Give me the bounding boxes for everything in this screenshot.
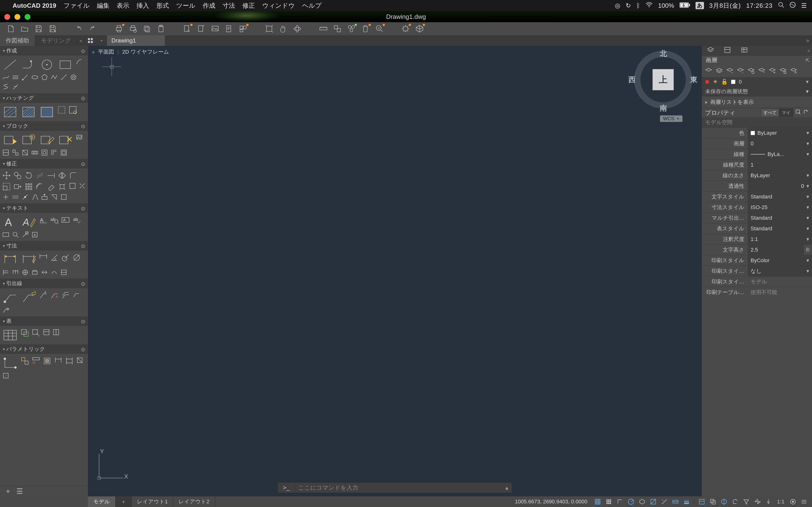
- tab-grid-button[interactable]: [85, 35, 96, 46]
- dim-tool-f[interactable]: [50, 268, 58, 277]
- scale-icon[interactable]: [1, 181, 12, 192]
- block-tool-a[interactable]: [75, 133, 84, 142]
- viewcube-top-face[interactable]: 上: [653, 69, 674, 90]
- block-tool-h[interactable]: [59, 148, 68, 157]
- leader-remove-icon[interactable]: [49, 290, 59, 300]
- fillet-icon[interactable]: [68, 170, 78, 181]
- viewcube-south[interactable]: 南: [660, 103, 667, 113]
- copy-obj-icon[interactable]: [12, 170, 23, 181]
- viewcube-west[interactable]: 西: [628, 75, 636, 85]
- measure-icon[interactable]: [318, 24, 329, 34]
- menu-file[interactable]: ファイル: [63, 1, 90, 10]
- block-editor-icon[interactable]: [38, 133, 56, 147]
- dtext-icon[interactable]: A: [20, 215, 37, 229]
- layer-tool-i[interactable]: [789, 67, 798, 75]
- layer-tool-a[interactable]: [704, 67, 713, 75]
- menu-insert[interactable]: 挿入: [137, 1, 149, 10]
- view-name[interactable]: 平面図: [98, 48, 114, 56]
- timemachine-icon[interactable]: ↻: [626, 2, 631, 9]
- panel-header-create[interactable]: ▾作成⚙: [0, 46, 88, 56]
- text-spell-icon[interactable]: ab: [71, 215, 82, 225]
- mtext-icon[interactable]: A: [1, 215, 19, 229]
- prop-value-textheight[interactable]: 2.5: [748, 244, 803, 255]
- modify-tool-e[interactable]: [21, 193, 30, 201]
- modify-tool-h[interactable]: [50, 193, 58, 201]
- hatch-origin-icon[interactable]: [68, 105, 78, 115]
- revision-cloud-icon[interactable]: [59, 73, 68, 81]
- creative-cloud-icon[interactable]: ◎: [615, 2, 620, 9]
- prop-value-mleaderstyle[interactable]: Standard▾: [748, 213, 812, 223]
- leader-add-icon[interactable]: A: [38, 290, 48, 300]
- dim-radius-icon[interactable]: [60, 252, 70, 263]
- donut-icon[interactable]: [69, 73, 78, 81]
- point-icon[interactable]: [50, 73, 58, 81]
- table-icon[interactable]: [1, 328, 19, 342]
- xref-manage-icon[interactable]: [238, 24, 248, 34]
- xref-image-icon[interactable]: [210, 24, 220, 34]
- menu-view[interactable]: 表示: [117, 1, 129, 10]
- open-icon[interactable]: [19, 24, 30, 34]
- xref-attach-icon[interactable]: [182, 24, 192, 34]
- table-tool-a[interactable]: [42, 328, 51, 337]
- viewport-label[interactable]: 平面図 | 2D ワイヤフレーム: [98, 48, 169, 56]
- status-customize-icon[interactable]: [800, 498, 809, 506]
- extend-icon[interactable]: [46, 170, 56, 181]
- polygon-icon[interactable]: [40, 73, 49, 81]
- visual-style-name[interactable]: 2D ワイヤフレーム: [122, 48, 169, 56]
- explode-icon[interactable]: [57, 181, 67, 192]
- siri-icon[interactable]: [790, 2, 796, 10]
- viewcube-north[interactable]: 北: [660, 49, 667, 59]
- viewcube-east[interactable]: 東: [690, 75, 698, 85]
- status-otrack-icon[interactable]: [660, 498, 669, 506]
- drawing-canvas[interactable]: ＋ 平面図 | 2D ワイヤフレーム 上 北 南 東 西 WCS▼ Y X >_…: [88, 46, 702, 496]
- props-tab-all[interactable]: すべて: [761, 109, 779, 117]
- panel-gear-icon[interactable]: ⚙: [81, 161, 86, 168]
- leader-tool-a[interactable]: [71, 290, 80, 299]
- purge-icon[interactable]: [360, 24, 371, 34]
- status-annotation-autoscale-icon[interactable]: [764, 498, 773, 506]
- param-tool-a[interactable]: [75, 356, 84, 364]
- redo-icon[interactable]: [88, 24, 98, 34]
- panel-header-parametric[interactable]: ▾パラメトリック⚙: [0, 344, 88, 354]
- ellipse-icon[interactable]: [31, 73, 39, 81]
- render-icon[interactable]: [400, 24, 411, 34]
- panel-gear-icon[interactable]: ⚙: [81, 206, 86, 212]
- layout-tab-model[interactable]: モデル: [88, 496, 115, 507]
- dim-tool-e[interactable]: [40, 268, 49, 277]
- region-icon[interactable]: [11, 82, 20, 91]
- dim-tool-c[interactable]: [21, 268, 30, 277]
- status-coordinates[interactable]: 1005.6673, 2690.9403, 0.0000: [515, 499, 588, 505]
- stretch-icon[interactable]: [12, 181, 23, 192]
- dim-aligned-icon[interactable]: [38, 252, 48, 263]
- layout-tab-add-button[interactable]: ＋: [115, 496, 132, 507]
- status-ortho-icon[interactable]: [615, 498, 624, 506]
- plot-icon[interactable]: [114, 24, 124, 34]
- text-field-icon[interactable]: A: [60, 215, 70, 225]
- workspace-tab-modeling[interactable]: モデリング: [35, 35, 77, 46]
- ray-icon[interactable]: [21, 73, 30, 81]
- orbit-icon[interactable]: [292, 24, 303, 34]
- layer-tool-e[interactable]: [747, 67, 755, 75]
- dim-angular-icon[interactable]: [49, 252, 59, 263]
- layer-state-selector[interactable]: 未保存の画層状態▾: [702, 87, 812, 97]
- undo-icon[interactable]: [73, 24, 84, 34]
- plot-preview-icon[interactable]: [128, 24, 138, 34]
- rtab-xref-icon[interactable]: [741, 47, 748, 55]
- prop-value-lweight[interactable]: ByLayer▾: [748, 170, 812, 181]
- menu-dim[interactable]: 寸法: [222, 1, 235, 10]
- panel-header-leader[interactable]: ▾引出線⚙: [0, 279, 88, 288]
- wcs-selector[interactable]: WCS▼: [660, 115, 682, 122]
- prop-value-textstyle[interactable]: Standard▾: [748, 191, 812, 202]
- block-tool-d[interactable]: [21, 148, 30, 157]
- status-grid-icon[interactable]: [593, 498, 602, 506]
- panel-header-table[interactable]: ▾表⚙: [0, 316, 88, 326]
- copy-icon[interactable]: [142, 24, 152, 34]
- prop-value-layer[interactable]: 0▾: [748, 138, 812, 149]
- param-manager-icon[interactable]: [31, 356, 41, 366]
- dim-tool-a[interactable]: [1, 268, 10, 277]
- status-annotation-visibility-icon[interactable]: [753, 498, 762, 506]
- panel-gear-icon[interactable]: ⚙: [81, 319, 86, 325]
- rtabs-overflow-chevron-icon[interactable]: »: [807, 48, 810, 53]
- menu-window[interactable]: ウィンドウ: [262, 1, 295, 10]
- hatch-edit-icon[interactable]: [57, 105, 67, 115]
